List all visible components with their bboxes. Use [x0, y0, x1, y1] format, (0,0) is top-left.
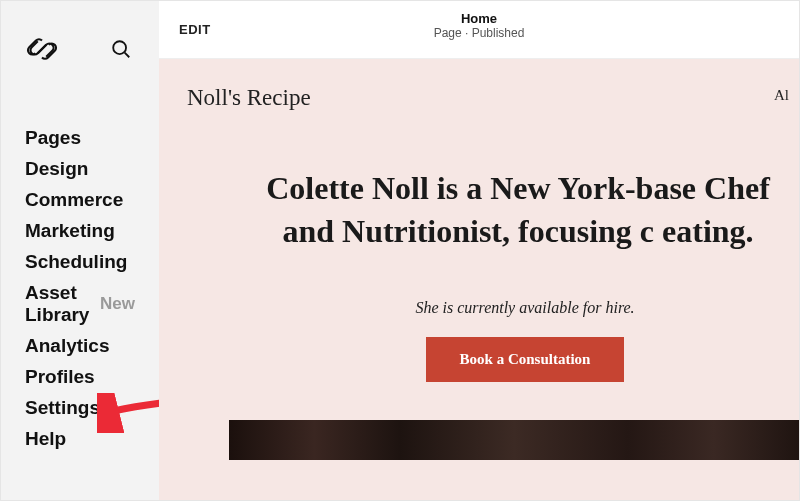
edit-button[interactable]: EDIT	[179, 22, 211, 37]
sidebar-item-analytics[interactable]: Analytics	[25, 335, 159, 357]
sidebar-item-label: Analytics	[25, 335, 109, 357]
sidebar-item-label: Profiles	[25, 366, 95, 388]
sidebar-item-label: Help	[25, 428, 66, 450]
sidebar-item-label: Marketing	[25, 220, 115, 242]
sidebar-item-design[interactable]: Design	[25, 158, 159, 180]
hero-subheading: She is currently available for hire.	[159, 299, 799, 317]
sidebar-item-scheduling[interactable]: Scheduling	[25, 251, 159, 273]
book-consultation-button[interactable]: Book a Consultation	[426, 337, 625, 382]
sidebar-item-label: Scheduling	[25, 251, 127, 273]
search-icon[interactable]	[107, 35, 135, 63]
sidebar-item-pages[interactable]: Pages	[25, 127, 159, 149]
sidebar-nav: Pages Design Commerce Marketing Scheduli…	[1, 73, 159, 450]
site-preview: Noll's Recipe Al Colette Noll is a New Y…	[159, 59, 799, 500]
page-meta: Home Page · Published	[434, 11, 525, 40]
hero-heading: Colette Noll is a New York-base Chef and…	[159, 167, 799, 253]
squarespace-logo-icon[interactable]	[25, 32, 59, 66]
hero-image	[229, 420, 799, 460]
site-header: Noll's Recipe	[159, 59, 799, 111]
sidebar-item-label: Asset Library	[25, 282, 100, 326]
sidebar-item-profiles[interactable]: Profiles	[25, 366, 159, 388]
site-title[interactable]: Noll's Recipe	[187, 85, 311, 110]
svg-line-1	[125, 53, 130, 58]
sidebar-item-label: Pages	[25, 127, 81, 149]
hero-section: Colette Noll is a New York-base Chef and…	[159, 111, 799, 460]
sidebar-item-label: Commerce	[25, 189, 123, 211]
sidebar-item-settings[interactable]: Settings	[25, 397, 159, 419]
preview-topbar: EDIT Home Page · Published	[159, 1, 799, 59]
new-badge: New	[100, 294, 135, 314]
sidebar-item-commerce[interactable]: Commerce	[25, 189, 159, 211]
sidebar-item-help[interactable]: Help	[25, 428, 159, 450]
sidebar-item-marketing[interactable]: Marketing	[25, 220, 159, 242]
sidebar-item-asset-library[interactable]: Asset Library New	[25, 282, 159, 326]
main-area: EDIT Home Page · Published Noll's Recipe…	[159, 1, 799, 500]
site-nav-link-partial[interactable]: Al	[774, 87, 789, 104]
sidebar: Pages Design Commerce Marketing Scheduli…	[1, 1, 159, 500]
sidebar-top	[1, 1, 159, 73]
cta-wrap: Book a Consultation	[159, 337, 799, 382]
sidebar-item-label: Settings	[25, 397, 100, 419]
page-title: Home	[434, 11, 525, 26]
page-status: Page · Published	[434, 26, 525, 40]
sidebar-item-label: Design	[25, 158, 88, 180]
svg-point-0	[113, 41, 126, 54]
